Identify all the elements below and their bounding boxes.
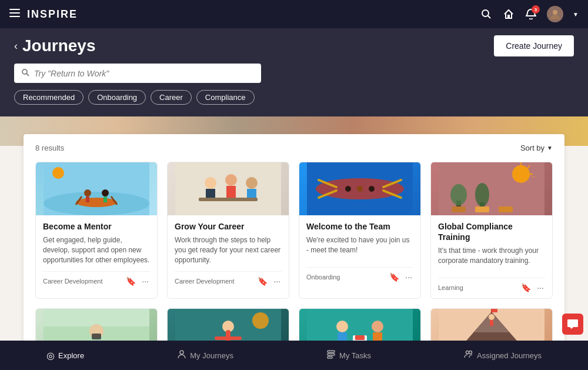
svg-point-61 xyxy=(336,321,348,332)
svg-point-45 xyxy=(475,183,489,206)
card-body-mentor: Become a Mentor Get engaged, help guide,… xyxy=(36,215,157,292)
card-category-0: Career Development xyxy=(43,278,103,285)
nav-my-journeys[interactable]: My Journeys xyxy=(168,345,243,366)
page-title: Journeys xyxy=(22,36,489,55)
search-icon xyxy=(21,68,29,78)
card-body-compliance: Global Compliance Training It's that tim… xyxy=(431,215,552,298)
card-actions-3: 🔖 ··· xyxy=(520,282,545,294)
bookmark-button-0[interactable]: 🔖 xyxy=(125,275,137,287)
svg-point-11 xyxy=(84,189,91,196)
svg-rect-2 xyxy=(9,16,20,17)
more-button-2[interactable]: ··· xyxy=(404,271,413,283)
card-desc-3: It's that time - work through your corpo… xyxy=(438,246,545,272)
svg-rect-12 xyxy=(86,196,89,202)
card-body-career: Grow Your Career Work through the steps … xyxy=(168,215,289,292)
search-box xyxy=(14,64,261,83)
nav-assigned-journeys[interactable]: Assigned Journeys xyxy=(455,345,551,366)
svg-rect-1 xyxy=(9,12,20,14)
create-journey-button[interactable]: Create Journey xyxy=(494,35,574,56)
bookmark-button-1[interactable]: 🔖 xyxy=(256,275,269,287)
top-nav: INSPIRE 3 ▼ xyxy=(0,0,588,28)
notification-badge: 3 xyxy=(532,5,540,14)
card-image-mentor xyxy=(36,162,157,215)
assigned-journeys-icon xyxy=(464,349,473,361)
card-title-3: Global Compliance Training xyxy=(438,221,545,242)
svg-point-81 xyxy=(469,351,472,354)
search-nav-icon[interactable] xyxy=(480,8,493,21)
svg-point-6 xyxy=(22,69,27,74)
nav-assigned-journeys-label: Assigned Journeys xyxy=(477,351,542,360)
filter-compliance[interactable]: Compliance xyxy=(196,90,255,105)
my-tasks-icon xyxy=(326,349,336,361)
more-button-1[interactable]: ··· xyxy=(272,275,282,287)
svg-rect-46 xyxy=(452,206,466,212)
filter-tags: Recommended Onboarding Career Compliance xyxy=(14,90,574,105)
card-footer-1: Career Development 🔖 ··· xyxy=(175,271,282,287)
nav-my-tasks[interactable]: My Tasks xyxy=(317,345,380,366)
more-button-0[interactable]: ··· xyxy=(141,275,150,287)
nav-explore[interactable]: ◎ Explore xyxy=(37,345,93,366)
notification-icon[interactable]: 3 xyxy=(524,8,537,21)
svg-point-32 xyxy=(345,186,351,192)
svg-point-13 xyxy=(102,189,109,196)
app-logo: INSPIRE xyxy=(27,8,480,21)
card-grow-your-career[interactable]: Grow Your Career Work through the steps … xyxy=(167,162,289,299)
sort-chevron-icon: ▼ xyxy=(547,145,553,151)
svg-point-76 xyxy=(180,351,183,354)
svg-point-59 xyxy=(252,312,269,329)
sort-by-label: Sort by xyxy=(520,144,544,152)
svg-rect-47 xyxy=(475,206,489,212)
card-become-a-mentor[interactable]: Become a Mentor Get engaged, help guide,… xyxy=(35,162,158,299)
home-nav-icon[interactable] xyxy=(502,8,515,21)
card-footer-3: Learning 🔖 ··· xyxy=(438,278,545,294)
svg-rect-78 xyxy=(328,354,335,355)
search-input[interactable] xyxy=(34,69,254,78)
card-welcome-to-team[interactable]: Welcome to the Team We're excited to hav… xyxy=(299,162,421,299)
card-image-welcome xyxy=(299,162,420,215)
svg-rect-79 xyxy=(328,356,332,358)
avatar-chevron[interactable]: ▼ xyxy=(573,11,579,18)
card-actions-2: 🔖 ··· xyxy=(388,271,413,283)
filter-onboarding[interactable]: Onboarding xyxy=(88,90,146,105)
svg-point-72 xyxy=(489,314,495,320)
back-button[interactable]: ‹ xyxy=(14,40,18,52)
explore-icon: ◎ xyxy=(46,350,55,361)
svg-point-23 xyxy=(246,177,258,189)
filter-career[interactable]: Career xyxy=(151,90,192,105)
card-image-compliance xyxy=(431,162,552,215)
svg-point-43 xyxy=(450,184,467,205)
svg-rect-52 xyxy=(92,334,101,339)
svg-rect-66 xyxy=(355,335,365,340)
svg-point-21 xyxy=(225,174,237,186)
menu-icon[interactable] xyxy=(9,9,20,19)
sort-by-control[interactable]: Sort by ▼ xyxy=(520,144,553,152)
card-body-welcome: Welcome to the Team We're excited to hav… xyxy=(299,215,420,288)
card-title-2: Welcome to the Team xyxy=(306,221,413,232)
user-avatar[interactable] xyxy=(547,6,563,22)
card-actions-0: 🔖 ··· xyxy=(125,275,150,287)
nav-my-tasks-label: My Tasks xyxy=(339,351,371,360)
back-nav: ‹ Journeys Create Journey xyxy=(14,35,574,56)
chat-button[interactable] xyxy=(562,314,583,335)
card-global-compliance[interactable]: Global Compliance Training It's that tim… xyxy=(430,162,553,299)
filter-recommended[interactable]: Recommended xyxy=(14,90,83,105)
svg-point-63 xyxy=(372,321,383,332)
svg-line-7 xyxy=(26,74,29,76)
bookmark-button-3[interactable]: 🔖 xyxy=(520,282,532,294)
svg-point-33 xyxy=(357,186,363,192)
svg-rect-0 xyxy=(9,9,20,10)
card-footer-2: Onboarding 🔖 ··· xyxy=(306,267,413,283)
svg-rect-48 xyxy=(499,206,513,212)
card-title-0: Become a Mentor xyxy=(43,221,150,232)
nav-explore-label: Explore xyxy=(58,351,84,360)
card-category-3: Learning xyxy=(438,284,463,291)
results-count: 8 results xyxy=(35,144,64,152)
card-footer-0: Career Development 🔖 ··· xyxy=(43,271,150,287)
more-button-3[interactable]: ··· xyxy=(536,282,545,294)
search-row xyxy=(14,64,574,83)
svg-rect-14 xyxy=(103,196,107,202)
bookmark-button-2[interactable]: 🔖 xyxy=(388,271,400,283)
svg-point-3 xyxy=(482,10,489,16)
card-actions-1: 🔖 ··· xyxy=(256,275,282,287)
svg-point-17 xyxy=(52,167,64,179)
